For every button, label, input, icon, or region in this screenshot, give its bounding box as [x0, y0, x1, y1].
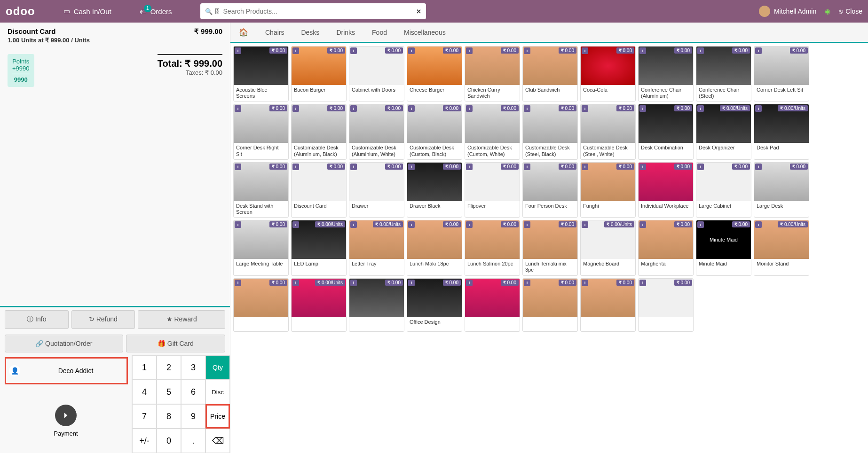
orders-button[interactable]: 🏷 1 Orders: [140, 8, 172, 16]
product-card[interactable]: i₹ 0.00Lunch Salmon 20pc: [465, 220, 520, 275]
key-backspace[interactable]: ⌫: [205, 429, 230, 453]
product-card[interactable]: i₹ 0.00Individual Workplace: [638, 162, 694, 218]
product-card[interactable]: i₹ 0.00: [349, 278, 404, 332]
info-icon[interactable]: i: [755, 221, 762, 228]
search-box[interactable]: 🔍 🗄 ✕: [200, 3, 426, 19]
key-0[interactable]: 0: [157, 429, 181, 453]
product-card[interactable]: i₹ 0.00Customizable Desk (Custom, Black): [407, 104, 462, 159]
info-icon[interactable]: i: [639, 164, 646, 170]
info-icon[interactable]: i: [697, 221, 704, 228]
order-line[interactable]: Discount Card ₹ 999.00 1.00 Units at ₹ 9…: [0, 23, 230, 48]
product-card[interactable]: i₹ 0.00: [465, 278, 520, 332]
product-card[interactable]: i₹ 0.00/UnitsDesk Pad: [754, 104, 809, 159]
info-icon[interactable]: i: [466, 47, 473, 54]
key-6[interactable]: 6: [181, 380, 205, 404]
info-icon[interactable]: i: [235, 47, 241, 54]
product-card[interactable]: i₹ 0.00Customizable Desk (Steel, White): [580, 104, 636, 159]
info-icon[interactable]: i: [466, 105, 473, 112]
category-tab-miscellaneous[interactable]: Miscellaneous: [395, 23, 454, 42]
key-dot[interactable]: .: [181, 429, 205, 453]
category-tab-drinks[interactable]: Drinks: [328, 23, 363, 42]
product-card[interactable]: i₹ 0.00Discount Card: [291, 162, 347, 218]
product-card[interactable]: i₹ 0.00Cheese Burger: [407, 46, 462, 102]
product-card[interactable]: i₹ 0.00/UnitsDesk Organizer: [696, 104, 751, 159]
product-card[interactable]: i₹ 0.00Coca-Cola: [580, 46, 636, 102]
info-icon[interactable]: i: [466, 164, 473, 170]
product-card[interactable]: i₹ 0.00Cabinet with Doors: [349, 46, 404, 102]
key-plusminus[interactable]: +/-: [132, 429, 157, 453]
key-3[interactable]: 3: [181, 355, 205, 380]
product-card[interactable]: i₹ 0.00Large Meeting Table: [233, 220, 289, 275]
customer-button[interactable]: 👤 Deco Addict: [5, 357, 128, 384]
product-card[interactable]: i₹ 0.00: [522, 278, 578, 332]
category-tab-chairs[interactable]: Chairs: [257, 23, 292, 42]
product-card[interactable]: i₹ 0.00/UnitsMagnetic Board: [580, 220, 636, 275]
cash-in-out-button[interactable]: ▭ Cash In/Out: [63, 7, 111, 16]
info-icon[interactable]: i: [639, 47, 646, 54]
info-icon[interactable]: i: [235, 105, 241, 112]
product-card[interactable]: i₹ 0.00Large Cabinet: [696, 162, 751, 218]
key-price[interactable]: Price: [205, 404, 230, 429]
info-icon[interactable]: i: [235, 280, 241, 286]
info-icon[interactable]: i: [235, 221, 241, 228]
info-icon[interactable]: i: [524, 47, 530, 54]
info-icon[interactable]: i: [408, 280, 415, 286]
info-icon[interactable]: i: [697, 105, 704, 112]
product-card[interactable]: i₹ 0.00Acoustic Bloc Screens: [233, 46, 289, 102]
info-icon[interactable]: i: [582, 164, 588, 170]
product-card[interactable]: i₹ 0.00Lunch Temaki mix 3pc: [522, 220, 578, 275]
info-icon[interactable]: i: [350, 164, 357, 170]
product-card[interactable]: i₹ 0.00/UnitsLED Lamp: [291, 220, 347, 275]
product-card[interactable]: i₹ 0.00Large Desk: [754, 162, 809, 218]
info-icon[interactable]: i: [408, 164, 415, 170]
info-icon[interactable]: i: [582, 280, 588, 286]
info-icon[interactable]: i: [639, 105, 646, 112]
info-icon[interactable]: i: [582, 221, 588, 228]
info-icon[interactable]: i: [524, 164, 530, 170]
key-disc[interactable]: Disc: [205, 380, 230, 404]
product-card[interactable]: i₹ 0.00: [580, 278, 636, 332]
product-card[interactable]: Minute Maidi₹ 0.00Minute Maid: [696, 220, 751, 275]
product-card[interactable]: i₹ 0.00Bacon Burger: [291, 46, 347, 102]
product-card[interactable]: i₹ 0.00/UnitsMonitor Stand: [754, 220, 809, 275]
key-1[interactable]: 1: [132, 355, 157, 380]
info-icon[interactable]: i: [524, 221, 530, 228]
product-card[interactable]: i₹ 0.00Drawer Black: [407, 162, 462, 218]
info-icon[interactable]: i: [350, 47, 357, 54]
product-card[interactable]: i₹ 0.00Customizable Desk (Aluminium, Bla…: [291, 104, 347, 159]
info-icon[interactable]: i: [408, 105, 415, 112]
clear-search-icon[interactable]: ✕: [416, 8, 421, 15]
search-input[interactable]: [221, 8, 416, 15]
product-card[interactable]: i₹ 0.00Conference Chair (Steel): [696, 46, 751, 102]
key-5[interactable]: 5: [157, 380, 181, 404]
product-card[interactable]: i₹ 0.00Lunch Maki 18pc: [407, 220, 462, 275]
info-icon[interactable]: i: [466, 221, 473, 228]
product-card[interactable]: i₹ 0.00Customizable Desk (Steel, Black): [522, 104, 578, 159]
info-icon[interactable]: i: [292, 280, 299, 286]
info-icon[interactable]: i: [350, 105, 357, 112]
info-icon[interactable]: i: [639, 280, 646, 286]
key-8[interactable]: 8: [157, 404, 181, 429]
product-card[interactable]: i₹ 0.00Conference Chair (Aluminium): [638, 46, 694, 102]
product-card[interactable]: i₹ 0.00Customizable Desk (Aluminium, Whi…: [349, 104, 404, 159]
category-tab-desks[interactable]: Desks: [292, 23, 328, 42]
payment-button[interactable]: Payment: [0, 388, 132, 453]
category-tab-food[interactable]: Food: [363, 23, 395, 42]
info-icon[interactable]: i: [582, 47, 588, 54]
close-button[interactable]: ⎋ Close: [839, 8, 862, 15]
key-4[interactable]: 4: [132, 380, 157, 404]
user-button[interactable]: Mitchell Admin: [759, 6, 816, 17]
product-card[interactable]: i₹ 0.00Office Design: [407, 278, 462, 332]
home-category[interactable]: 🏠: [230, 23, 257, 42]
info-icon[interactable]: i: [639, 221, 646, 228]
product-card[interactable]: i₹ 0.00Corner Desk Right Sit: [233, 104, 289, 159]
info-icon[interactable]: i: [524, 280, 530, 286]
key-qty[interactable]: Qty: [205, 355, 230, 380]
product-card[interactable]: i₹ 0.00: [233, 278, 289, 332]
info-icon[interactable]: i: [524, 105, 530, 112]
product-card[interactable]: i₹ 0.00Desk Stand with Screen: [233, 162, 289, 218]
product-card[interactable]: i₹ 0.00Corner Desk Left Sit: [754, 46, 809, 102]
key-7[interactable]: 7: [132, 404, 157, 429]
refund-button[interactable]: ↻ Refund: [71, 310, 135, 329]
info-icon[interactable]: i: [466, 280, 473, 286]
